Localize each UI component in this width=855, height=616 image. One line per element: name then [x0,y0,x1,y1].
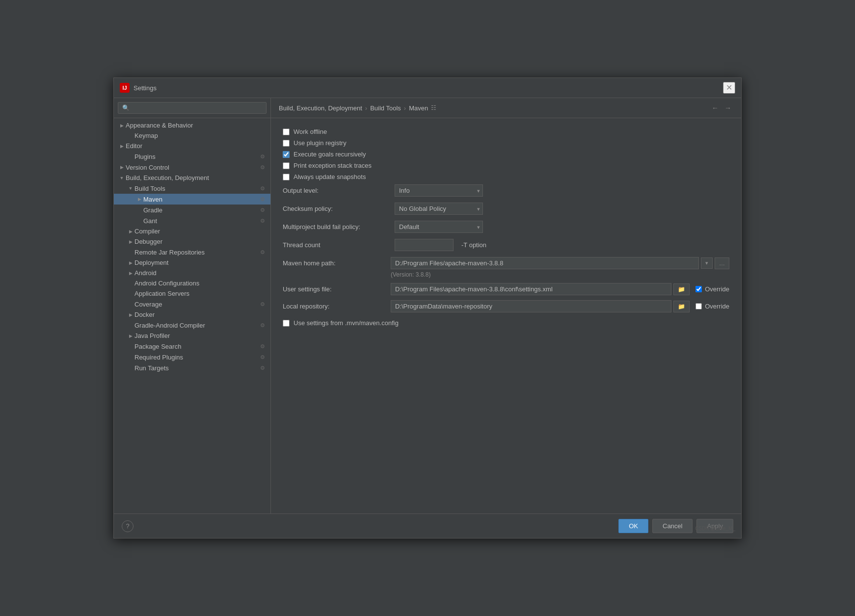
nav-forward-button[interactable]: → [722,103,733,113]
checksum-policy-select[interactable]: No Global Policy Strict Lax Ignore [395,203,483,215]
sidebar-item-gant[interactable]: Gant⚙ [114,215,270,226]
sidebar-item-label-build-tools: Build Tools [134,185,259,192]
sidebar-item-label-editor: Editor [126,142,267,150]
ok-button[interactable]: OK [618,519,648,533]
sidebar-item-debugger[interactable]: ▶Debugger [114,236,270,247]
dialog-footer: ? OK Cancel Apply [114,513,741,538]
sidebar: ▶Appearance & BehaviorKeymap▶EditorPlugi… [114,98,271,513]
user-settings-override-label[interactable]: Override [695,285,729,293]
close-button[interactable]: ✕ [723,82,735,94]
multiproject-policy-row: Multiproject build fail policy: Default … [283,221,729,233]
work-offline-checkbox[interactable] [283,128,290,135]
work-offline-row: Work offline [283,128,729,135]
main-content: Build, Execution, Deployment › Build Too… [271,98,741,513]
output-level-select[interactable]: Info Debug Quiet [395,184,483,197]
checksum-policy-row: Checksum policy: No Global Policy Strict… [283,203,729,215]
sidebar-item-package-search[interactable]: Package Search⚙ [114,341,270,352]
maven-home-row: Maven home path: ▾ … [283,257,729,269]
local-repo-input[interactable] [391,300,671,312]
sidebar-item-arrow-java-profiler: ▶ [127,334,134,338]
maven-home-dropdown-button[interactable]: ▾ [701,257,713,269]
sidebar-item-gear-maven: ⚙ [259,195,267,203]
sidebar-item-gradle[interactable]: Gradle⚙ [114,205,270,215]
update-snapshots-checkbox[interactable] [283,174,290,180]
sidebar-item-gradle-android[interactable]: Gradle-Android Compiler⚙ [114,320,270,331]
search-input[interactable] [118,102,267,114]
sidebar-item-appearance[interactable]: ▶Appearance & Behavior [114,120,270,130]
sidebar-item-compiler[interactable]: ▶Compiler [114,226,270,236]
multiproject-policy-label: Multiproject build fail policy: [283,223,391,231]
sidebar-item-deployment[interactable]: ▶Deployment [114,257,270,268]
maven-home-input-group: ▾ … [391,257,729,269]
sidebar-item-app-servers[interactable]: Application Servers [114,288,270,299]
user-settings-input[interactable] [391,283,671,295]
execute-goals-row: Execute goals recursively [283,151,729,158]
breadcrumb-settings-icon[interactable]: ☷ [431,104,436,111]
sidebar-item-coverage[interactable]: Coverage⚙ [114,299,270,309]
sidebar-item-label-required-plugins: Required Plugins [134,354,259,361]
plugin-registry-checkbox[interactable] [283,140,290,147]
sidebar-item-label-deployment: Deployment [134,259,267,266]
use-mvn-settings-checkbox[interactable] [283,320,290,327]
sidebar-item-label-remote-jar: Remote Jar Repositories [134,249,259,256]
sidebar-item-plugins[interactable]: Plugins⚙ [114,151,270,162]
plugin-registry-label[interactable]: Use plugin registry [294,139,347,147]
work-offline-label[interactable]: Work offline [294,128,327,135]
user-settings-browse-button[interactable]: 📁 [673,283,690,295]
breadcrumb-sep-2: › [404,104,406,112]
print-exception-checkbox[interactable] [283,162,290,169]
use-mvn-settings-label[interactable]: Use settings from .mvn/maven.config [294,319,399,327]
sidebar-item-label-java-profiler: Java Profiler [134,332,267,339]
sidebar-item-arrow-docker: ▶ [127,312,134,317]
sidebar-item-arrow-build-exec-deploy: ▼ [118,176,126,180]
sidebar-item-label-android: Android [134,269,267,277]
update-snapshots-label[interactable]: Always update snapshots [294,173,366,180]
sidebar-item-label-build-exec-deploy: Build, Execution, Deployment [126,174,267,181]
multiproject-policy-select[interactable]: Default Fail At End Never Fail [395,221,483,233]
sidebar-item-android[interactable]: ▶Android [114,268,270,278]
user-settings-override-checkbox[interactable] [695,286,702,292]
cancel-button[interactable]: Cancel [652,519,693,533]
user-settings-label: User settings file: [283,285,391,293]
sidebar-item-build-tools[interactable]: ▼Build Tools⚙ [114,183,270,194]
sidebar-item-run-targets[interactable]: Run Targets⚙ [114,362,270,373]
sidebar-item-label-appearance: Appearance & Behavior [126,122,267,129]
local-repo-override-checkbox[interactable] [695,303,702,309]
sidebar-item-java-profiler[interactable]: ▶Java Profiler [114,331,270,341]
breadcrumb-sep-1: › [365,104,367,112]
watermark: CSDN @Little_M_ [695,526,735,531]
sidebar-item-label-gradle: Gradle [143,206,259,214]
print-exception-label[interactable]: Print exception stack traces [294,162,372,169]
sidebar-item-gear-gradle: ⚙ [259,206,267,214]
sidebar-item-version-control[interactable]: ▶Version Control⚙ [114,162,270,173]
nav-back-button[interactable]: ← [710,103,721,113]
help-button[interactable]: ? [122,520,134,532]
sidebar-item-label-android-configs: Android Configurations [134,280,267,287]
sidebar-item-maven[interactable]: ▶Maven⚙ [114,194,270,205]
sidebar-item-label-maven: Maven [143,196,259,203]
execute-goals-label[interactable]: Execute goals recursively [294,151,366,158]
sidebar-item-arrow-compiler: ▶ [127,229,134,234]
sidebar-item-arrow-maven: ▶ [135,197,143,202]
thread-count-label: Thread count [283,241,391,249]
sidebar-item-remote-jar[interactable]: Remote Jar Repositories⚙ [114,247,270,257]
sidebar-item-docker[interactable]: ▶Docker [114,309,270,320]
dialog-body: ▶Appearance & BehaviorKeymap▶EditorPlugi… [114,98,741,513]
sidebar-item-arrow-editor: ▶ [118,144,126,149]
thread-count-input[interactable] [395,239,454,251]
sidebar-item-android-configs[interactable]: Android Configurations [114,278,270,288]
breadcrumb-nav: ← → [710,103,733,113]
local-repo-override-label[interactable]: Override [695,303,729,310]
sidebar-item-keymap[interactable]: Keymap [114,130,270,141]
sidebar-item-required-plugins[interactable]: Required Plugins⚙ [114,352,270,362]
local-repo-browse-button[interactable]: 📁 [673,301,690,312]
output-level-label: Output level: [283,187,391,194]
maven-home-browse-button[interactable]: … [715,257,729,269]
maven-home-input[interactable] [391,257,699,269]
user-settings-input-group: 📁 Override [391,283,729,295]
sidebar-item-editor[interactable]: ▶Editor [114,141,270,151]
execute-goals-checkbox[interactable] [283,151,290,158]
local-repo-input-group: 📁 Override [391,300,729,312]
sidebar-item-gear-plugins: ⚙ [259,153,267,160]
sidebar-item-build-exec-deploy[interactable]: ▼Build, Execution, Deployment [114,173,270,183]
